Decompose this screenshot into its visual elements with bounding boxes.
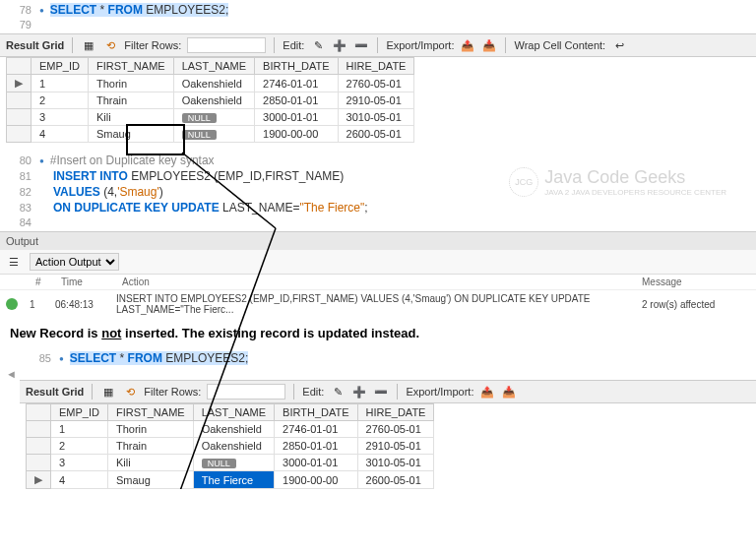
- sql-keyword: VALUES: [53, 185, 100, 199]
- output-row[interactable]: 1 06:48:13 INSERT INTO EMPLOYEES2 (EMP_I…: [0, 290, 756, 318]
- line-number: 84: [0, 216, 39, 228]
- table-row[interactable]: 1 Thorin Oakenshield 2746-01-01 2760-05-…: [27, 421, 434, 438]
- col-header[interactable]: FIRST_NAME: [107, 404, 193, 421]
- delete-row-icon[interactable]: ➖: [353, 37, 369, 53]
- line-number: 82: [0, 186, 39, 198]
- filter-rows-label: Filter Rows:: [124, 39, 181, 51]
- row-marker: [27, 421, 51, 438]
- col-header[interactable]: FIRST_NAME: [88, 58, 173, 75]
- grid-icon[interactable]: ▦: [81, 37, 96, 53]
- line-number: 80: [0, 154, 39, 166]
- wrap-icon[interactable]: ↩: [611, 37, 627, 53]
- null-badge: NULL: [182, 130, 217, 140]
- delete-row-icon[interactable]: ➖: [373, 384, 389, 400]
- wrap-cell-label: Wrap Cell Content:: [514, 39, 605, 51]
- import-icon[interactable]: 📥: [481, 37, 497, 53]
- col-action: Action: [122, 277, 630, 287]
- result-table-2[interactable]: EMP_ID FIRST_NAME LAST_NAME BIRTH_DATE H…: [26, 403, 434, 489]
- sql-keyword: ON DUPLICATE KEY UPDATE: [53, 201, 220, 215]
- export-import-label: Export/Import:: [386, 39, 454, 51]
- output-list-icon[interactable]: ☰: [6, 254, 22, 270]
- filter-input[interactable]: [207, 384, 285, 400]
- grid-icon[interactable]: ▦: [100, 384, 116, 400]
- row-marker: ▶: [7, 75, 32, 92]
- line-number: 85: [20, 352, 59, 364]
- breakpoint-bullet: ●: [39, 6, 44, 15]
- edit-label: Edit:: [283, 39, 304, 51]
- sql-keyword: SELECT: [70, 351, 116, 365]
- output-action: INSERT INTO EMPLOYEES2 (EMP_ID,FIRST_NAM…: [116, 293, 630, 315]
- add-row-icon[interactable]: ➕: [332, 37, 347, 53]
- col-header[interactable]: EMP_ID: [51, 404, 108, 421]
- col-message: Message: [642, 277, 750, 287]
- col-header[interactable]: LAST_NAME: [173, 58, 254, 75]
- col-header[interactable]: BIRTH_DATE: [275, 404, 357, 421]
- sql-keyword: SELECT: [50, 3, 96, 17]
- table-row[interactable]: ▶ 1 Thorin Oakenshield 2746-01-01 2760-0…: [7, 75, 414, 92]
- output-time: 06:48:13: [55, 299, 104, 310]
- table-row[interactable]: 4 Smaug NULL 1900-00-00 2600-05-01: [7, 126, 414, 143]
- sql-keyword: FROM: [108, 3, 143, 17]
- export-icon[interactable]: 📤: [479, 384, 495, 400]
- row-marker: [7, 92, 32, 109]
- line-number: 81: [0, 170, 39, 182]
- row-marker: [7, 126, 32, 143]
- export-icon[interactable]: 📤: [460, 37, 475, 53]
- filter-input[interactable]: [187, 37, 266, 53]
- table-row[interactable]: 3 Kili NULL 3000-01-01 3010-05-01: [7, 109, 414, 126]
- output-type-select[interactable]: Action Output: [30, 253, 119, 271]
- result-grid-label: Result Grid: [26, 386, 84, 398]
- sql-identifier: EMPLOYEES2: [165, 351, 245, 365]
- null-badge: NULL: [182, 113, 217, 123]
- breakpoint-bullet: ●: [39, 156, 44, 165]
- refresh-icon[interactable]: ⟲: [122, 384, 138, 400]
- output-message: 2 row(s) affected: [642, 299, 750, 310]
- edit-icon[interactable]: ✎: [310, 37, 326, 53]
- add-row-icon[interactable]: ➕: [351, 384, 367, 400]
- table-row[interactable]: 2 Thrain Oakenshield 2850-01-01 2910-05-…: [7, 92, 414, 109]
- row-marker: [27, 438, 51, 455]
- output-panel-title: Output: [0, 231, 756, 250]
- sql-keyword: INSERT INTO: [53, 169, 128, 183]
- result-toolbar-1: Result Grid ▦ ⟲ Filter Rows: Edit: ✎ ➕ ➖…: [0, 33, 756, 57]
- row-marker: [27, 455, 51, 471]
- line-number: 83: [0, 202, 39, 214]
- edit-label: Edit:: [302, 386, 324, 398]
- null-badge: NULL: [202, 459, 236, 468]
- breakpoint-bullet: ●: [59, 354, 64, 363]
- refresh-icon[interactable]: ⟲: [102, 37, 118, 53]
- col-header[interactable]: BIRTH_DATE: [255, 58, 338, 75]
- filter-rows-label: Filter Rows:: [144, 386, 201, 398]
- sql-keyword: FROM: [128, 351, 162, 365]
- table-row[interactable]: ▶ 4 Smaug The Fierce 1900-00-00 2600-05-…: [27, 471, 434, 489]
- table-row[interactable]: 2 Thrain Oakenshield 2850-01-01 2910-05-…: [27, 438, 434, 455]
- table-row[interactable]: 3 Kili NULL 3000-01-01 3010-05-01: [27, 455, 434, 471]
- output-num: 1: [30, 299, 43, 310]
- col-header[interactable]: LAST_NAME: [193, 404, 274, 421]
- col-header[interactable]: HIRE_DATE: [357, 404, 434, 421]
- import-icon[interactable]: 📥: [501, 384, 517, 400]
- annotation-text: New Record is not inserted. The existing…: [0, 318, 756, 348]
- sql-comment: #Insert on Duplicate key syntax: [50, 154, 215, 167]
- selected-cell[interactable]: The Fierce: [193, 471, 274, 489]
- collapse-arrow[interactable]: ◄: [0, 368, 756, 380]
- watermark-logo: JCG Java Code Geeks JAVA 2 JAVA DEVELOPE…: [509, 167, 726, 197]
- output-toolbar: ☰ Action Output: [0, 250, 756, 275]
- success-icon: [6, 298, 18, 310]
- sql-editor-3[interactable]: 85 ● SELECT * FROM EMPLOYEES2;: [0, 348, 756, 368]
- table-header-row: EMP_ID FIRST_NAME LAST_NAME BIRTH_DATE H…: [7, 58, 414, 75]
- result-table-1[interactable]: EMP_ID FIRST_NAME LAST_NAME BIRTH_DATE H…: [6, 57, 414, 143]
- col-header[interactable]: EMP_ID: [32, 58, 89, 75]
- col-header[interactable]: HIRE_DATE: [338, 58, 414, 75]
- table-header-row: EMP_ID FIRST_NAME LAST_NAME BIRTH_DATE H…: [27, 404, 434, 421]
- sql-editor-1[interactable]: 78 ● SELECT * FROM EMPLOYEES2; 79: [0, 0, 756, 33]
- row-marker: [7, 109, 32, 126]
- result-toolbar-2: Result Grid ▦ ⟲ Filter Rows: Edit: ✎ ➕ ➖…: [20, 380, 756, 403]
- col-time: Time: [61, 277, 110, 287]
- edit-icon[interactable]: ✎: [330, 384, 346, 400]
- line-number: 79: [0, 19, 39, 31]
- output-header-row: # Time Action Message: [0, 275, 756, 290]
- line-number: 78: [0, 4, 39, 16]
- result-grid-label: Result Grid: [6, 39, 64, 51]
- col-hash: #: [35, 277, 49, 287]
